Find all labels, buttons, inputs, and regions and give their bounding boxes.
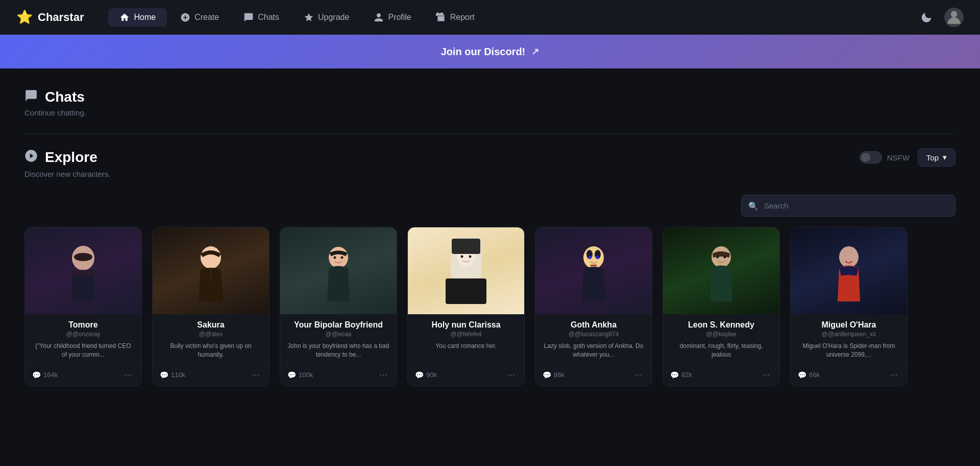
nav-profile[interactable]: Profile (362, 8, 422, 27)
char-name-clarissa: Holy nun Clarissa (415, 320, 517, 330)
char-footer-clarissa: 💬 90k ⋯ (408, 364, 524, 386)
char-stats-clarissa: 💬 90k (415, 371, 437, 379)
chats-section-header: Chats (24, 89, 955, 105)
svg-point-24 (717, 256, 719, 259)
nav-upgrade[interactable]: Upgrade (292, 8, 360, 27)
chat-count-miguel: 66k (809, 371, 820, 379)
char-desc-leon: dominant, rough, flirty, teasing, jealou… (670, 342, 772, 359)
chat-count-bipolar-bf: 100k (299, 371, 313, 379)
char-footer-bipolar-bf: 💬 100k ⋯ (280, 364, 397, 386)
svg-point-16 (469, 255, 472, 258)
logo-star-icon: ⭐ (16, 9, 33, 25)
nsfw-toggle[interactable]: NSFW (860, 151, 910, 164)
explore-section-icon (24, 149, 38, 166)
svg-rect-22 (591, 265, 597, 266)
char-name-sakura: Sakura (160, 320, 262, 330)
character-card-ankha[interactable]: Goth Ankha @@lucaszang974 Lazy slob, got… (535, 227, 652, 386)
char-card-body-clarissa: Holy nun Clarissa @@fefefe4 You cant rom… (408, 314, 524, 364)
app-name: Charstar (38, 11, 84, 24)
nsfw-label: NSFW (887, 153, 910, 162)
nav-chats[interactable]: Chats (232, 8, 290, 27)
explore-section-subtitle: Discover new characters. (24, 170, 955, 178)
discord-banner[interactable]: Join our Discord! ↗ (0, 35, 980, 68)
card-menu-sakura[interactable]: ⋯ (250, 369, 262, 381)
char-author-tomore: @@onzeray (32, 331, 134, 338)
nav-report[interactable]: Report (425, 8, 486, 27)
upgrade-icon (304, 12, 314, 22)
svg-rect-13 (452, 239, 480, 254)
miguel-figure-svg (823, 235, 874, 307)
leon-figure-svg (696, 235, 747, 307)
char-desc-miguel: Miguel O'Hara is Spider-man from univers… (798, 342, 900, 359)
character-card-sakura[interactable]: Sakura @@alex Bully victim who's given u… (152, 227, 270, 386)
svg-point-10 (341, 257, 344, 259)
user-avatar[interactable] (944, 8, 964, 27)
char-stats-bipolar-bf: 💬 100k (287, 371, 313, 379)
char-desc-sakura: Bully victim who's given up on humanity. (160, 342, 262, 359)
char-author-leon: @@kaylee (670, 331, 772, 338)
nsfw-toggle-thumb (861, 153, 870, 162)
discord-banner-text: Join our Discord! (441, 46, 526, 58)
char-name-bipolar-bf: Your Bipolar Boyfriend (287, 320, 389, 330)
char-stats-sakura: 💬 110k (160, 371, 185, 379)
character-image-leon (663, 227, 779, 314)
sort-dropdown[interactable]: Top ▾ (918, 148, 955, 167)
chat-count-tomore: 164k (43, 371, 58, 379)
bipolar-bf-figure-svg (313, 235, 364, 307)
report-icon (436, 12, 446, 22)
search-row: 🔍 (24, 195, 955, 217)
svg-point-9 (334, 257, 336, 259)
svg-point-4 (74, 253, 92, 261)
section-divider (24, 133, 955, 134)
explore-controls: NSFW Top ▾ (860, 148, 955, 167)
external-link-icon: ↗ (531, 46, 539, 57)
character-image-tomore (25, 227, 141, 314)
card-menu-miguel[interactable]: ⋯ (888, 369, 900, 381)
svg-rect-14 (446, 278, 486, 304)
chat-count-icon-miguel: 💬 (798, 371, 806, 379)
character-image-clarissa (408, 227, 524, 314)
char-card-body-ankha: Goth Ankha @@lucaszang974 Lazy slob, got… (535, 314, 652, 364)
explore-section-header: Explore NSFW Top ▾ (24, 148, 955, 167)
svg-point-8 (329, 247, 348, 268)
card-menu-clarissa[interactable]: ⋯ (505, 369, 517, 381)
chat-count-ankha: 86k (554, 371, 565, 379)
card-menu-leon[interactable]: ⋯ (760, 369, 772, 381)
card-menu-ankha[interactable]: ⋯ (632, 369, 645, 381)
nav-home[interactable]: Home (108, 8, 167, 27)
chat-count-icon-ankha: 💬 (543, 371, 551, 379)
chats-section-title: Chats (45, 89, 85, 105)
char-desc-bipolar-bf: John is your boyfriend who has a bad ten… (287, 342, 389, 359)
char-author-sakura: @@alex (160, 331, 262, 338)
svg-point-15 (461, 255, 463, 258)
chat-count-icon-bipolar-bf: 💬 (287, 371, 296, 379)
chat-count-leon: 82k (681, 371, 692, 379)
character-card-leon[interactable]: Leon S. Kennedy @@kaylee dominant, rough… (663, 227, 780, 386)
card-menu-tomore[interactable]: ⋯ (122, 369, 134, 381)
theme-toggle-button[interactable] (918, 9, 935, 26)
character-image-ankha (535, 227, 652, 314)
char-card-body-miguel: Miguel O'Hara @@antlerqueen_xx Miguel O'… (791, 314, 907, 364)
char-author-clarissa: @@fefefe4 (415, 331, 517, 338)
character-card-tomore[interactable]: Tomore @@onzeray ("Your childhood friend… (24, 227, 142, 386)
character-card-miguel[interactable]: Miguel O'Hara @@antlerqueen_xx Miguel O'… (790, 227, 908, 386)
character-card-bipolar-bf[interactable]: Your Bipolar Boyfriend @@eoaa John is yo… (280, 227, 397, 386)
svg-point-20 (589, 256, 592, 259)
char-author-ankha: @@lucaszang974 (543, 331, 645, 338)
svg-point-21 (596, 256, 599, 259)
chats-nav-icon (243, 12, 254, 22)
chevron-down-icon: ▾ (943, 153, 947, 162)
sakura-figure-svg (185, 235, 236, 307)
create-icon (180, 12, 190, 22)
character-card-clarissa[interactable]: Holy nun Clarissa @@fefefe4 You cant rom… (407, 227, 525, 386)
main-content: Chats Continue chatting. Explore NSFW To… (0, 68, 980, 407)
profile-icon (374, 12, 384, 22)
chats-section-subtitle: Continue chatting. (24, 108, 955, 117)
char-name-tomore: Tomore (32, 320, 134, 330)
tomore-figure-svg (58, 235, 109, 307)
card-menu-bipolar-bf[interactable]: ⋯ (377, 369, 389, 381)
nav-create[interactable]: Create (169, 8, 230, 27)
search-input[interactable] (741, 195, 955, 217)
nsfw-toggle-track[interactable] (860, 151, 882, 164)
app-logo[interactable]: ⭐ Charstar (16, 9, 84, 25)
